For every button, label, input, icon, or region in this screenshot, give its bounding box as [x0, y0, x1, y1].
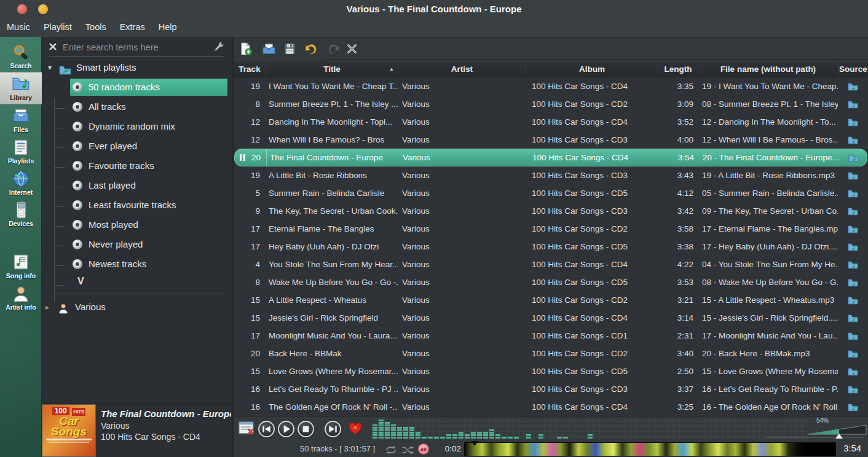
playlist-50-random-tracks[interactable]: 50 random tracks	[42, 77, 232, 97]
table-row-playing[interactable]: 20The Final Countdown - EuropeVarious100…	[234, 149, 867, 166]
library-icon	[12, 75, 30, 93]
new-playlist-icon[interactable]	[239, 42, 253, 56]
library-source-icon	[838, 166, 868, 184]
sidebar-item-internet[interactable]: Internet	[0, 167, 42, 198]
column-header-album[interactable]: Album	[526, 61, 658, 77]
seek-position-marker[interactable]	[471, 441, 478, 446]
table-row[interactable]: 19I Want You To Want Me - Cheap T...Vari…	[234, 77, 868, 95]
playlist-ever-played[interactable]: Ever played	[42, 136, 232, 156]
cell-length: 3:54	[658, 149, 698, 166]
table-row[interactable]: 8Wake Me Up Before You Go - Go -...Vario…	[234, 273, 868, 291]
library-source-icon	[838, 95, 868, 113]
cell-track: 19	[234, 77, 266, 95]
menu-tools[interactable]: Tools	[79, 18, 113, 36]
stop-button[interactable]	[298, 421, 314, 437]
previous-button[interactable]	[258, 421, 275, 437]
search-input[interactable]	[61, 39, 205, 55]
cell-length: 3:42	[658, 202, 698, 220]
column-header-track[interactable]: Track	[234, 61, 266, 77]
shuffle-icon[interactable]	[401, 445, 414, 453]
sidebar-item-devices[interactable]: Devices	[0, 198, 42, 230]
menu-extras[interactable]: Extras	[113, 18, 152, 36]
playlist-never-played[interactable]: Never played	[42, 235, 232, 254]
table-row[interactable]: 5Summer Rain - Belinda CarlisleVarious10…	[234, 184, 868, 202]
column-header-file-name-without-path[interactable]: File name (without path)	[698, 61, 838, 77]
next-button[interactable]	[325, 421, 341, 437]
cell-title: Jessie's Girl - Rick Springfield	[266, 309, 398, 327]
sidebar-item-files[interactable]: Files	[0, 104, 42, 136]
table-row[interactable]: 15Love Grows (Where My Rosemar...Various…	[234, 362, 868, 380]
playlist-most-played[interactable]: Most played	[42, 215, 232, 235]
love-heart-button[interactable]	[348, 421, 363, 436]
library-source-icon	[838, 77, 868, 95]
playlist-all-tracks[interactable]: All tracks	[42, 97, 232, 117]
playlist-least-favourite-tracks[interactable]: Least favourite tracks	[42, 195, 232, 215]
table-row[interactable]: 4You Stole The Sun From My Hear...Variou…	[234, 256, 868, 273]
wrench-icon[interactable]	[214, 41, 225, 52]
cell-album: 100 Hits Car Songs - CD2	[526, 95, 658, 113]
cell-artist: Various	[398, 149, 526, 166]
artist-various[interactable]: ▸Various	[42, 298, 232, 316]
undo-icon[interactable]	[304, 42, 318, 56]
cell-length: 3:53	[658, 273, 698, 291]
table-row[interactable]: 17Hey Baby (Uuh Aah) - DJ OtziVarious100…	[234, 238, 868, 256]
volume-percent-label: 54%	[816, 417, 829, 424]
table-row[interactable]: 20Back Here - BBMakVarious100 Hits Car S…	[234, 345, 868, 362]
sidebar-item-search[interactable]: Search	[0, 41, 42, 72]
table-row[interactable]: 12When Will I Be Famous? - BrosVarious10…	[234, 131, 868, 149]
album-art-caption	[49, 442, 89, 443]
table-row[interactable]: 15A Little Respect - WheatusVarious100 H…	[234, 291, 868, 309]
column-header-source[interactable]: Source	[838, 61, 868, 77]
sidebar-item-library[interactable]: Library	[0, 72, 42, 104]
menu-music[interactable]: Music	[0, 18, 37, 36]
playlist-dynamic-random-mix[interactable]: Dynamic random mix	[42, 117, 232, 136]
menu-help[interactable]: Help	[152, 18, 184, 36]
analyzer-bar	[514, 437, 519, 439]
table-row[interactable]: 8Summer Breeze Pt. 1 - The Isley ...Vari…	[234, 95, 868, 113]
table-row[interactable]: 17Eternal Flame - The BanglesVarious100 …	[234, 220, 868, 238]
redo-icon[interactable]	[326, 42, 341, 56]
tree-root-smart-playlists[interactable]: ▾Smart playlists	[42, 58, 232, 77]
playlists-icon	[12, 138, 30, 157]
clear-playlist-icon[interactable]	[239, 421, 255, 436]
table-row[interactable]: 16The Golden Age Of Rock N' Roll -...Var…	[234, 398, 868, 416]
cell-filename: 15 - Love Grows (Where My Rosema...	[698, 362, 838, 380]
table-row[interactable]: 12Dancing In The Moonlight - Topl...Vari…	[234, 113, 868, 131]
now-playing-title: The Final Countdown - Europe	[101, 408, 231, 419]
cell-album: 100 Hits Car Songs - CD5	[526, 184, 658, 202]
column-header-artist[interactable]: Artist	[398, 61, 526, 77]
scrobble-badge[interactable]: as	[418, 443, 429, 455]
volume-slider-thumb[interactable]	[835, 434, 843, 439]
close-playlist-icon[interactable]	[345, 42, 359, 56]
table-row[interactable]: 15Jessie's Girl - Rick SpringfieldVariou…	[234, 309, 868, 327]
cell-album: 100 Hits Car Songs - CD4	[526, 398, 658, 416]
seek-moodbar[interactable]	[464, 442, 836, 456]
library-source-icon	[838, 398, 868, 416]
table-row[interactable]: 9The Key, The Secret - Urban Cook...Vari…	[234, 202, 868, 220]
analyzer-bar	[440, 437, 445, 439]
sidebar-item-artist-info[interactable]: Artist info	[0, 282, 42, 313]
sidebar-item-playlists[interactable]: Playlists	[0, 136, 42, 167]
playlist-last-played[interactable]: Last played	[42, 176, 232, 195]
album-art[interactable]: 100 HITS Car Songs	[42, 404, 96, 457]
table-row[interactable]: 17Moonlight Music And You - Laura...Vari…	[234, 327, 868, 345]
repeat-icon[interactable]	[385, 445, 397, 453]
column-header-title[interactable]: Title▲	[266, 61, 398, 77]
cd-icon	[73, 141, 82, 151]
playlist-favourite-tracks[interactable]: Favourite tracks	[42, 156, 232, 176]
column-header-length[interactable]: Length	[658, 61, 698, 77]
play-button[interactable]	[278, 421, 294, 437]
cell-length: 2:31	[658, 327, 698, 345]
cell-album: 100 Hits Car Songs - CD3	[526, 202, 658, 220]
save-playlist-icon[interactable]	[283, 42, 297, 56]
menu-playlist[interactable]: Playlist	[37, 18, 79, 36]
cell-title: You Stole The Sun From My Hear...	[266, 256, 398, 273]
table-row[interactable]: 19A Little Bit - Rosie RibbonsVarious100…	[234, 166, 868, 184]
playlist-newest-tracks[interactable]: Newest tracks	[42, 254, 232, 274]
open-playlist-icon[interactable]	[262, 42, 276, 56]
cell-album: 100 Hits Car Songs - CD5	[526, 238, 658, 256]
cell-title: Moonlight Music And You - Laura...	[266, 327, 398, 345]
clear-search-icon[interactable]	[49, 42, 57, 51]
table-row[interactable]: 16Let's Get Ready To Rhumble - PJ ...Var…	[234, 380, 868, 398]
sidebar-item-song-info[interactable]: Song info	[0, 251, 42, 282]
